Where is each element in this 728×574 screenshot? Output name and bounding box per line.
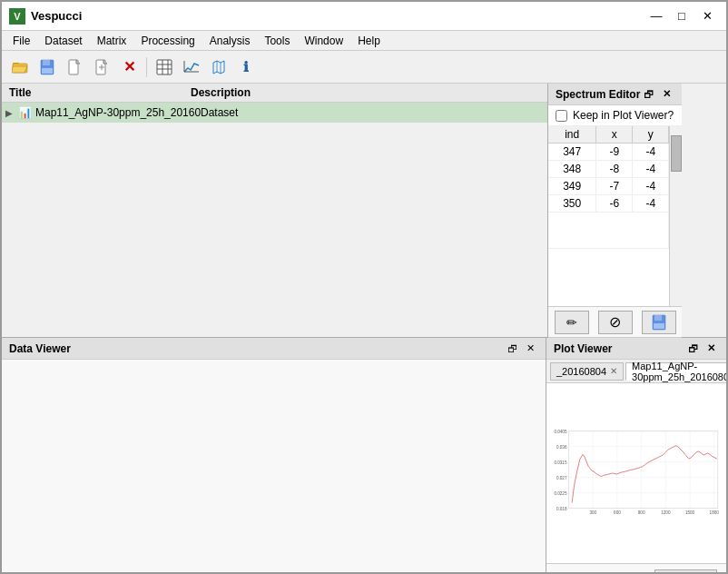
toolbar: ✕ ℹ — [2, 51, 726, 84]
menu-dataset[interactable]: Dataset — [37, 33, 89, 49]
cell-x-1: -8 — [596, 161, 633, 178]
minimize-button[interactable]: — — [644, 7, 668, 25]
plot-tab-1[interactable]: Map11_AgNP-30ppm_25h_20160804 ✕ — [625, 362, 728, 381]
keep-plot-checkbox[interactable] — [556, 110, 567, 122]
spectrum-scrollbar[interactable] — [669, 126, 682, 306]
menu-processing[interactable]: Processing — [133, 33, 202, 49]
save-icon — [39, 59, 55, 75]
svg-text:0.0315: 0.0315 — [554, 460, 567, 465]
menu-tools[interactable]: Tools — [257, 33, 297, 49]
file-tree-body: ▶ 📊 Map11_AgNP-30ppm_25h_20160804 Datase… — [2, 103, 547, 123]
top-area: Title Description ▶ 📊 Map11_AgNP-30ppm_2… — [2, 84, 726, 338]
cell-x-0: -9 — [596, 144, 633, 161]
spectrum-editor-header: Spectrum Editor 🗗 ✕ — [548, 84, 682, 105]
menu-analysis[interactable]: Analysis — [202, 33, 258, 49]
plot-tab-1-label: Map11_AgNP-30ppm_25h_20160804 — [632, 361, 728, 382]
data-viewer-close-button[interactable]: ✕ — [522, 341, 538, 357]
title-bar: V Vespucci — □ ✕ — [2, 2, 726, 31]
spectrum-row-0[interactable]: 347 -9 -4 — [548, 144, 669, 161]
title-bar-left: V Vespucci — [9, 8, 82, 25]
svg-text:300: 300 — [589, 510, 596, 515]
cell-ind-2: 349 — [548, 178, 596, 195]
plot-viewer-restore-button[interactable]: 🗗 — [684, 341, 701, 357]
col-ind: ind — [548, 126, 596, 144]
expand-arrow: ▶ — [5, 108, 18, 118]
new-file-icon — [66, 59, 83, 75]
save-spectrum-button[interactable] — [642, 311, 676, 334]
cell-y-2: -4 — [633, 178, 669, 195]
data-viewer-body — [2, 360, 546, 574]
cell-y-3: -4 — [633, 195, 669, 213]
menu-file[interactable]: File — [5, 33, 37, 49]
app-logo: V — [9, 8, 25, 25]
spectrum-table-wrapper: ind x y 347 -9 -4 — [548, 126, 682, 306]
svg-text:0.0225: 0.0225 — [554, 491, 567, 496]
col-y: y — [633, 126, 669, 144]
chart-view-button[interactable] — [179, 55, 204, 79]
data-viewer-title: Data Viewer — [9, 342, 71, 355]
spectrum-header-controls: 🗗 ✕ — [640, 86, 674, 103]
data-viewer-header: Data Viewer 🗗 ✕ — [2, 338, 546, 360]
menu-bar: File Dataset Matrix Processing Analysis … — [2, 31, 726, 51]
new-file-button[interactable] — [62, 55, 87, 79]
file-tree-panel: Title Description ▶ 📊 Map11_AgNP-30ppm_2… — [2, 84, 548, 337]
plot-viewer-close-button[interactable]: ✕ — [703, 341, 719, 357]
cell-ind-3: 350 — [548, 195, 596, 213]
toolbar-separator-1 — [146, 57, 147, 77]
spectrum-close-button[interactable]: ✕ — [658, 86, 674, 103]
spectrum-restore-button[interactable]: 🗗 — [640, 86, 656, 103]
cell-y-0: -4 — [633, 144, 669, 161]
svg-rect-3 — [43, 60, 50, 65]
menu-matrix[interactable]: Matrix — [90, 33, 134, 49]
chart-svg: 0.0405 0.036 0.0315 0.027 0.0225 0.018 3… — [550, 387, 723, 559]
plot-footer: Hold Export — [546, 563, 726, 574]
close-button[interactable]: ✕ — [695, 7, 719, 25]
maximize-button[interactable]: □ — [670, 7, 694, 25]
keep-plot-row: Keep in Plot Viewer? — [548, 105, 682, 126]
svg-rect-20 — [654, 323, 664, 329]
pencil-button[interactable]: ✏ — [555, 311, 589, 334]
col-x: x — [596, 126, 633, 144]
data-viewer-panel: Data Viewer 🗗 ✕ — [2, 338, 546, 574]
svg-text:0.018: 0.018 — [556, 507, 567, 511]
spectrum-editor-footer: ✏ ⊘ — [548, 306, 682, 337]
menu-window[interactable]: Window — [297, 33, 350, 49]
plot-tab-0[interactable]: _20160804 ✕ — [550, 362, 624, 381]
info-button[interactable]: ℹ — [233, 55, 259, 79]
svg-text:1800: 1800 — [710, 510, 720, 515]
open-icon — [12, 59, 28, 75]
export-button[interactable]: Export — [654, 569, 717, 575]
spectrum-row-1[interactable]: 348 -8 -4 — [548, 161, 669, 178]
plot-viewer-title: Plot Viewer — [554, 342, 612, 355]
window-layout: Title Description ▶ 📊 Map11_AgNP-30ppm_2… — [2, 84, 726, 574]
spectrum-row-3[interactable]: 350 -6 -4 — [548, 195, 669, 213]
svg-rect-19 — [654, 315, 662, 321]
svg-text:900: 900 — [638, 510, 645, 515]
map-icon — [211, 59, 227, 75]
keep-plot-label: Keep in Plot Viewer? — [573, 109, 674, 122]
open-button[interactable] — [7, 55, 33, 79]
menu-help[interactable]: Help — [350, 33, 388, 49]
spectrum-table: ind x y 347 -9 -4 — [548, 126, 669, 306]
data-viewer-restore-button[interactable]: 🗗 — [504, 341, 520, 357]
table-view-button[interactable] — [152, 55, 177, 79]
table-icon — [156, 59, 172, 75]
svg-rect-4 — [42, 68, 53, 74]
right-bottom: Plot Viewer 🗗 ✕ _20160804 ✕ Map11_AgNP-3… — [546, 338, 726, 574]
plot-tab-0-close[interactable]: ✕ — [610, 366, 617, 376]
column-title: Title — [5, 85, 187, 100]
spectrum-editor-panel: Spectrum Editor 🗗 ✕ Keep in Plot Viewer?… — [548, 84, 682, 338]
svg-text:0.036: 0.036 — [556, 445, 567, 450]
new-dataset-button[interactable] — [89, 55, 114, 79]
map-view-button[interactable] — [206, 55, 231, 79]
spectrum-row-2[interactable]: 349 -7 -4 — [548, 178, 669, 195]
delete-button[interactable]: ✕ — [116, 55, 142, 79]
clear-button[interactable]: ⊘ — [598, 311, 633, 334]
chart-icon — [183, 59, 200, 75]
file-tree-row[interactable]: ▶ 📊 Map11_AgNP-30ppm_25h_20160804 Datase… — [2, 103, 547, 123]
save-spectrum-icon — [651, 314, 667, 331]
file-icon: 📊 — [18, 106, 32, 119]
save-button[interactable] — [34, 55, 60, 79]
spectrum-editor-title: Spectrum Editor — [556, 88, 640, 101]
scrollbar-thumb[interactable] — [671, 135, 682, 172]
